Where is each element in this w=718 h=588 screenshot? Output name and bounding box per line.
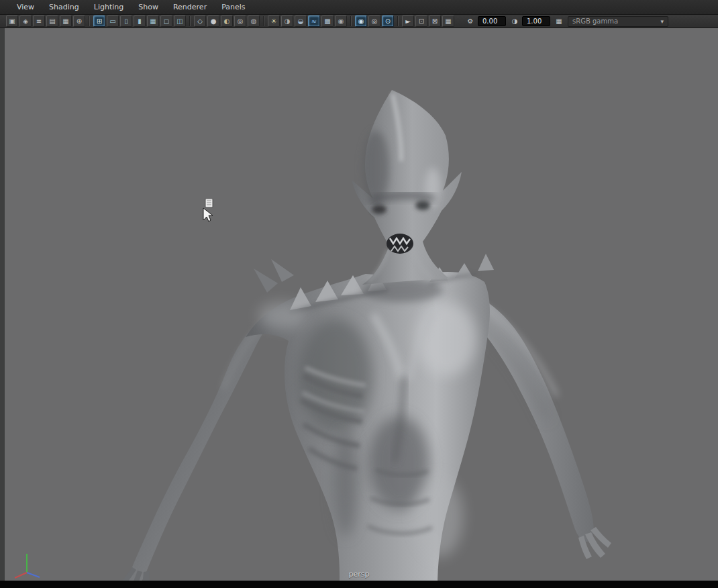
chevron-down-icon: ▾: [660, 18, 664, 25]
screen-space-ao-icon[interactable]: ◒: [295, 15, 307, 27]
color-management-icon[interactable]: ▦: [554, 15, 564, 27]
toolbar-separator: [263, 16, 264, 26]
duplicate-layout-icon[interactable]: ⊡: [415, 15, 427, 27]
exposure-gear-icon[interactable]: ⚙: [465, 15, 476, 27]
depth-of-field-icon[interactable]: ◉: [335, 15, 347, 27]
xray-icon[interactable]: ◎: [368, 15, 380, 27]
film-gate-icon[interactable]: ▭: [107, 15, 119, 27]
snapshot-icon[interactable]: ▦: [442, 15, 454, 27]
select-mode-icon[interactable]: ►: [402, 15, 414, 27]
toolbar-separator: [189, 16, 191, 26]
menu-panels[interactable]: Panels: [214, 0, 252, 15]
toolbar-separator: [89, 16, 90, 26]
wireframe-on-shaded-icon[interactable]: ◍: [248, 15, 260, 27]
viewport-left-edge: [0, 28, 5, 588]
camera-attributes-icon[interactable]: ≡: [33, 15, 45, 27]
select-camera-icon[interactable]: ▣: [6, 15, 18, 27]
bookmarks-icon[interactable]: ▤: [46, 15, 58, 27]
safe-title-icon[interactable]: ◫: [174, 15, 186, 27]
view-transform-value: sRGB gamma: [572, 17, 618, 25]
panel-menubar: View Shading Lighting Show Renderer Pane…: [0, 0, 718, 15]
toolbar-separator: [397, 16, 399, 26]
gamma-field[interactable]: 1.00: [522, 16, 550, 26]
gamma-icon[interactable]: ◑: [509, 15, 520, 27]
lock-camera-icon[interactable]: ◈: [19, 15, 32, 27]
shadows-icon[interactable]: ◑: [281, 15, 293, 27]
creature-model[interactable]: [0, 28, 718, 588]
menu-view[interactable]: View: [9, 0, 42, 15]
field-chart-icon[interactable]: ▦: [147, 15, 159, 27]
smooth-shade-icon[interactable]: ●: [207, 15, 219, 27]
view-transform-dropdown[interactable]: sRGB gamma ▾: [568, 16, 668, 27]
grid-icon[interactable]: ⊞: [93, 15, 105, 27]
toolbar-icon-groups: ▣◈≡▤▦⊕⊞▭▯▮▦◻◫◇●◐◎◍☀◑◒≈▩◉◉◎⊙►⊡⊠▦: [5, 15, 455, 27]
camera-name-label: persp: [0, 570, 718, 579]
image-plane-icon[interactable]: ▦: [60, 15, 72, 27]
cursor-arrow-icon: [203, 208, 213, 222]
cursor-pointer: [200, 199, 219, 223]
axis-gizmo: [11, 547, 44, 579]
toolbar-right-cluster: ⚙ 0.00 ◑ 1.00 ▦ sRGB gamma ▾: [464, 15, 668, 27]
viewport[interactable]: persp: [0, 28, 718, 588]
resolution-gate-icon[interactable]: ▯: [120, 15, 132, 27]
split-layout-icon[interactable]: ⊠: [429, 15, 441, 27]
gate-mask-icon[interactable]: ▮: [134, 15, 146, 27]
wireframe-icon[interactable]: ◇: [194, 15, 206, 27]
textured-icon[interactable]: ◐: [221, 15, 233, 27]
menu-show[interactable]: Show: [131, 0, 166, 15]
maya-window: View Shading Lighting Show Renderer Pane…: [0, 0, 718, 588]
menu-renderer[interactable]: Renderer: [166, 0, 214, 15]
default-material-icon[interactable]: ◎: [234, 15, 246, 27]
xray-joints-icon[interactable]: ⊙: [382, 15, 394, 27]
multisampling-icon[interactable]: ▩: [321, 15, 334, 27]
isolate-select-icon[interactable]: ◉: [355, 15, 367, 27]
motion-blur-icon[interactable]: ≈: [308, 15, 320, 27]
use-all-lights-icon[interactable]: ☀: [268, 15, 280, 27]
viewport-toolbar: ▣◈≡▤▦⊕⊞▭▯▮▦◻◫◇●◐◎◍☀◑◒≈▩◉◉◎⊙►⊡⊠▦ ⚙ 0.00 ◑…: [0, 15, 718, 28]
toolbar-separator: [350, 16, 352, 26]
menu-lighting[interactable]: Lighting: [87, 0, 131, 15]
exposure-field[interactable]: 0.00: [478, 16, 506, 26]
viewport-bottom-edge: [0, 581, 718, 588]
safe-action-icon[interactable]: ◻: [160, 15, 172, 27]
menu-shading[interactable]: Shading: [42, 0, 87, 15]
pan-zoom-2d-icon[interactable]: ⊕: [73, 15, 85, 27]
cursor-hint-icon: [205, 199, 213, 207]
